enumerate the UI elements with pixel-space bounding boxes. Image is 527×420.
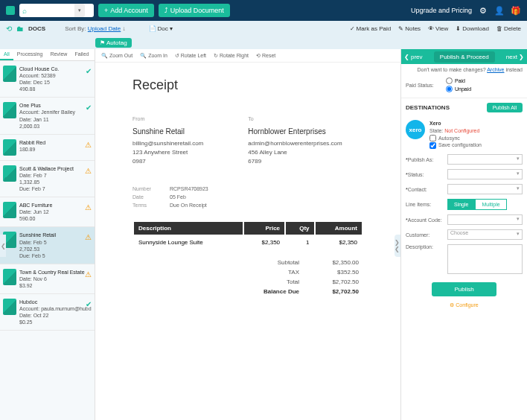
list-item[interactable]: Rabbit Red180.89⚠ bbox=[0, 135, 95, 161]
list-item[interactable]: Sunshine RetailDate: Feb 52,702.53Due: F… bbox=[0, 227, 95, 264]
rotate-right-button[interactable]: ↻ Rotate Right bbox=[214, 53, 249, 59]
notes-link[interactable]: ✎ Notes bbox=[398, 25, 421, 32]
doc-thumb-icon bbox=[3, 139, 16, 156]
doc-icon: 📄 bbox=[149, 25, 156, 32]
list-item[interactable]: ABC FurnitureDate: Jun 12590.00⚠ bbox=[0, 197, 95, 227]
search-dropdown[interactable]: ▾ bbox=[74, 4, 85, 17]
xero-icon: xero bbox=[406, 120, 425, 139]
upload-document-button[interactable]: ⤴Upload Document bbox=[159, 4, 230, 17]
list-item[interactable]: Cloud House Co.Account: 52389Date: Dec 1… bbox=[0, 61, 95, 98]
account-code-select[interactable] bbox=[447, 214, 523, 225]
tab-failed[interactable]: Failed bbox=[71, 49, 92, 60]
doc-thumb-icon bbox=[3, 202, 16, 218]
table-row: Sunnyside Lounge Suite $2,350 1 $2,350 bbox=[134, 236, 362, 249]
search-box[interactable]: ⌕ ▾ bbox=[19, 4, 94, 17]
doc-thumb-icon bbox=[3, 269, 16, 285]
view-link[interactable]: 👁 View bbox=[428, 25, 448, 32]
left-collapse-handle[interactable]: ❮ bbox=[0, 235, 6, 257]
from-block: From Sunshine Retail billing@sunshineret… bbox=[132, 115, 203, 166]
doc-thumb-icon bbox=[3, 66, 16, 82]
app-logo bbox=[6, 6, 15, 15]
prev-button[interactable]: ❮ prev bbox=[404, 54, 423, 60]
description-textarea[interactable] bbox=[447, 244, 523, 274]
configure-link[interactable]: ⚙ Configure bbox=[401, 302, 527, 316]
check-icon: ✔ bbox=[86, 104, 92, 112]
gift-icon[interactable]: 🎁 bbox=[511, 5, 521, 16]
add-account-button[interactable]: +Add Account bbox=[98, 4, 154, 17]
filter-tabs: All Processing Review Failed Archived bbox=[0, 49, 95, 61]
save-config-checkbox[interactable]: Save configuration bbox=[429, 141, 482, 149]
refresh-icon[interactable]: ⟲ bbox=[6, 25, 12, 33]
warning-icon: ⚠ bbox=[85, 203, 92, 211]
mark-paid-link[interactable]: ✓ Mark as Paid bbox=[350, 25, 392, 32]
document-list: Cloud House Co.Account: 52389Date: Dec 1… bbox=[0, 61, 95, 419]
publish-all-button[interactable]: Publish All bbox=[487, 103, 523, 112]
doc-thumb-icon bbox=[3, 165, 16, 182]
doc-thumb-icon bbox=[3, 299, 16, 315]
list-item[interactable]: Town & Country Real EstateDate: Nov 6$3.… bbox=[0, 264, 95, 294]
search-icon: ⌕ bbox=[19, 7, 30, 15]
doc-thumb-icon bbox=[3, 102, 16, 118]
contact-select[interactable] bbox=[447, 184, 523, 194]
upgrade-link[interactable]: Upgrade and Pricing bbox=[411, 7, 472, 14]
to-block: To Hornblower Enterprises admin@hornblow… bbox=[248, 115, 342, 166]
tab-all[interactable]: All bbox=[0, 49, 13, 60]
paid-radio[interactable]: Paid bbox=[446, 77, 471, 84]
publish-proceed-button[interactable]: Publish & Proceed bbox=[434, 51, 495, 63]
unpaid-radio[interactable]: Unpaid bbox=[446, 86, 471, 92]
tab-processing[interactable]: Processing bbox=[13, 49, 47, 60]
line-items-table: Description Price Qty Amount Sunnyside L… bbox=[132, 220, 363, 250]
warning-icon: ⚠ bbox=[85, 141, 92, 149]
next-button[interactable]: next ❯ bbox=[506, 54, 524, 60]
warning-icon: ⚠ bbox=[85, 233, 92, 241]
section-title: DOCS bbox=[28, 25, 45, 32]
totals-block: Subtotal$2,350.00TAX$352.50Total$2,702.5… bbox=[132, 258, 363, 296]
status-select[interactable] bbox=[447, 169, 523, 179]
archive-note: Don't want to make changes? Archive inst… bbox=[401, 64, 527, 75]
receipt-meta: NumberRCPSR4708923Date05 FebTermsDue On … bbox=[132, 185, 363, 210]
paid-status-label: Paid Status: bbox=[406, 83, 443, 88]
sort-control[interactable]: Sort By: Upload Date ↓ bbox=[65, 25, 125, 32]
receipt-title: Receipt bbox=[132, 77, 363, 93]
zoom-in-button[interactable]: 🔍 Zoom In bbox=[140, 53, 167, 59]
folder-icon: 🖿 bbox=[16, 25, 24, 33]
upload-icon: ⤴ bbox=[165, 7, 168, 14]
destinations-header: DESTINATIONS bbox=[406, 104, 450, 111]
autotag-badge[interactable]: ⚑Autotag bbox=[95, 38, 132, 48]
list-item[interactable]: Scott & Wallace ProjectDate: Feb 71,332.… bbox=[0, 161, 95, 197]
warning-icon: ⚠ bbox=[85, 167, 92, 175]
tag-icon: ⚑ bbox=[100, 39, 105, 46]
doc-indicator: 📄Doc ▾ bbox=[149, 25, 173, 32]
autosync-checkbox[interactable]: Autosync bbox=[429, 135, 482, 142]
delete-link[interactable]: 🗑 Delete bbox=[496, 25, 521, 32]
zoom-out-button[interactable]: 🔍 Zoom Out bbox=[101, 53, 132, 59]
rotate-left-button[interactable]: ↺ Rotate Left bbox=[175, 53, 206, 59]
search-input[interactable] bbox=[30, 7, 74, 14]
check-icon: ✔ bbox=[86, 300, 92, 308]
list-item[interactable]: HubdocAccount: paula.murnum@hubdDate: Oc… bbox=[0, 294, 95, 331]
single-toggle[interactable]: Single bbox=[447, 199, 475, 210]
warning-icon: ⚠ bbox=[85, 270, 92, 279]
multiple-toggle[interactable]: Multiple bbox=[475, 199, 506, 210]
publish-button[interactable]: Publish bbox=[432, 282, 496, 296]
download-link[interactable]: ⬇ Download bbox=[456, 25, 489, 32]
destination-info: Xero State: Not Configured Autosync Save… bbox=[429, 120, 482, 149]
user-icon[interactable]: 👤 bbox=[494, 5, 505, 16]
customer-select[interactable]: Choose bbox=[447, 229, 523, 240]
publish-as-select[interactable] bbox=[447, 154, 523, 165]
gear-icon[interactable]: ⚙ bbox=[478, 5, 488, 16]
check-icon: ✔ bbox=[86, 67, 92, 75]
list-item[interactable]: One PlusAccount: Jennifer BaileyDate: Ja… bbox=[0, 98, 95, 134]
plus-icon: + bbox=[104, 7, 108, 14]
tab-review[interactable]: Review bbox=[46, 49, 71, 60]
center-collapse-handle[interactable]: ❯❮ bbox=[395, 235, 400, 257]
archive-link[interactable]: Archive bbox=[487, 67, 504, 72]
reset-button[interactable]: ⟲ Reset bbox=[256, 53, 275, 59]
